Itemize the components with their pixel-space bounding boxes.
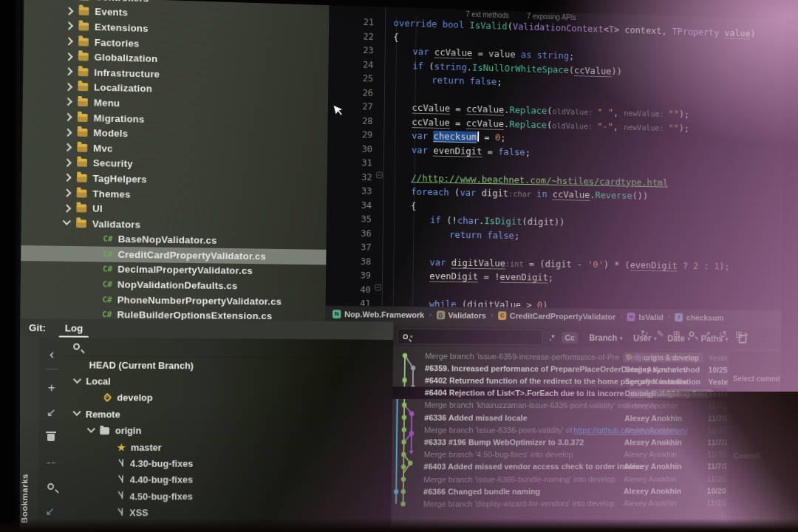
chevron-left-icon[interactable]: ‹ <box>39 341 64 366</box>
branch-item-4-40-bug-fixes[interactable]: 4.40-bug-fixes <box>63 471 392 488</box>
commit-date: 11/7/22, 13:02 <box>708 426 728 434</box>
folder-icon <box>78 22 89 30</box>
collapse-icon[interactable]: →← <box>38 450 64 474</box>
chevron-right-icon[interactable] <box>64 128 72 136</box>
git-label: Git: <box>29 322 46 333</box>
chevron-right-icon[interactable] <box>63 204 71 212</box>
commit-message: #6336 Added missed locale <box>424 413 527 422</box>
branch-item-xss[interactable]: XSS <box>62 504 391 522</box>
filter-branch[interactable]: Branch▾ <box>589 333 622 344</box>
tree-item-label: Controllers <box>95 0 149 4</box>
status-crlf[interactable]: CRLF <box>706 527 725 532</box>
commit-row[interactable]: Merge branch 'khairuzzaman-issue-6336-po… <box>392 399 727 412</box>
branch-item-master[interactable]: ★master <box>64 439 392 455</box>
commit-date: Yesterday 11:19 <box>708 378 728 386</box>
commit-search-input[interactable]: ▾ <box>398 328 543 345</box>
chevron-down-icon[interactable] <box>63 217 71 225</box>
branch-search[interactable] <box>64 337 393 358</box>
branch-item-4-30-bug-fixes[interactable]: 4.30-bug-fixes <box>63 455 392 471</box>
chevron-right-icon[interactable] <box>65 37 73 45</box>
branch-icon <box>117 491 125 502</box>
breadcrumb-item-creditcardpropertyvalidator[interactable]: CCreditCardPropertyValidator <box>498 311 615 321</box>
commit-message: Merge branch 'issue-6359-increase-perfor… <box>425 351 619 361</box>
breadcrumb-item-validators[interactable]: {}Validators <box>436 310 485 319</box>
branch-item-origin[interactable]: origin <box>64 423 392 440</box>
search-icon[interactable] <box>689 329 695 339</box>
git-toolbar: ‹+↙→←↙★ <box>37 337 64 532</box>
log-filter-toolbar: ▾ .* Cc Branch▾User▾Date▾Paths▾ ↻✎⊞↗↺⊞ <box>393 326 781 349</box>
code-editor[interactable]: 7 ext methods7 exposing APIs 21override … <box>326 5 785 310</box>
code-vision-hint[interactable]: 7 exposing APIs <box>527 12 576 21</box>
commit-row[interactable]: Merge branch '4.50-bug-fixes' into devel… <box>392 449 726 461</box>
tree-item-label: Themes <box>92 188 131 200</box>
commit-row[interactable]: Merge branch 'display-wizard-for-vendors… <box>391 497 726 510</box>
navigate-icon[interactable]: ↗ <box>703 329 711 339</box>
chevron-down-icon[interactable] <box>73 375 81 383</box>
commit-author: Alexey Anokhin <box>624 401 705 410</box>
status-4-spaces[interactable]: 4 spaces <box>763 526 785 532</box>
commit-tool-button[interactable]: Commit <box>733 451 760 460</box>
commit-author: DmitriyKulagin <box>624 389 705 398</box>
chevron-right-icon[interactable] <box>65 7 73 15</box>
chevron-right-icon[interactable] <box>64 98 72 106</box>
grid-icon[interactable]: ⊞ <box>672 329 680 339</box>
status-28-25[interactable]: 28:25 <box>676 527 695 532</box>
commit-row[interactable]: Merge branch 'issue-6366-bundle-naming' … <box>392 473 726 485</box>
commit-author: Alexey Anokhin <box>624 450 704 459</box>
bookmarks-tool-button[interactable]: Bookmarks <box>20 474 30 523</box>
arrow-down-left-blue-icon[interactable]: ↙ <box>38 499 63 523</box>
chevron-right-icon[interactable] <box>64 158 72 166</box>
chevron-right-icon[interactable] <box>64 113 72 121</box>
chevron-right-icon[interactable] <box>64 67 72 75</box>
code-vision-hint[interactable]: 7 ext methods <box>466 10 509 19</box>
branch-item-remote[interactable]: Remote <box>64 406 392 423</box>
commit-row[interactable]: Merge branch 'issue-6336-point-validity'… <box>392 423 727 436</box>
line-number: 37 <box>343 241 371 252</box>
commit-row[interactable]: #6403 Added missed vendor access check t… <box>392 460 726 473</box>
commit-row[interactable]: #6366 Changed bundle namingAlexey Anokhi… <box>392 485 726 498</box>
commit-message: #6333 #196 Bump WebOptimizer to 3.0.372 <box>424 438 584 447</box>
chevron-right-icon[interactable] <box>64 143 72 151</box>
breadcrumb-item-nop.web.framework[interactable]: NNop.Web.Framework <box>332 310 424 319</box>
search-icon[interactable] <box>38 474 63 499</box>
chevron-right-icon[interactable] <box>64 83 72 91</box>
paint-icon[interactable]: ✎ <box>657 329 664 339</box>
line-number: 27 <box>345 100 373 112</box>
commit-row[interactable]: #6333 #196 Bump WebOptimizer to 3.0.372A… <box>392 436 726 449</box>
commit-row[interactable]: #6336 Added missed localeAlexey Anokhin1… <box>392 411 727 424</box>
breadcrumb-item-checksum[interactable]: fchecksum <box>675 313 723 321</box>
branch-icon <box>117 474 125 486</box>
trash-icon[interactable] <box>38 425 64 449</box>
match-case-toggle[interactable]: Cc <box>562 332 579 344</box>
tab-log[interactable]: Log <box>62 321 86 336</box>
branch-item-develop[interactable]: develop <box>64 389 392 407</box>
regex-toggle[interactable]: .* <box>549 333 554 342</box>
arrow-down-left-icon[interactable]: ↙ <box>38 400 64 425</box>
branch-item-head-current-branch-[interactable]: HEAD (Current Branch) <box>64 356 393 375</box>
line-number: 34 <box>344 199 372 210</box>
grid2-icon[interactable]: ⊞ <box>735 330 743 340</box>
csharp-file-icon: C# <box>102 310 112 319</box>
folder-icon <box>78 113 88 121</box>
commit-row[interactable]: #6404 Rejection of List<T>.ForEach due t… <box>392 386 727 400</box>
chevron-down-icon[interactable] <box>87 424 95 432</box>
branch-icon <box>117 457 125 469</box>
plus-icon[interactable]: + <box>39 375 64 400</box>
refresh-icon[interactable]: ↻ <box>641 328 648 338</box>
tree-item-label: Infrastructure <box>94 66 160 79</box>
commit-row[interactable]: #6402 Returned function of the redirect … <box>392 374 727 388</box>
breadcrumb-label: Nop.Web.Framework <box>344 310 424 319</box>
rollback-icon[interactable]: ↺ <box>720 329 727 339</box>
chevron-right-icon[interactable] <box>63 189 71 197</box>
code-text: if (!char.IsDigit(digit)) <box>430 214 565 227</box>
status-utf-8[interactable]: UTF-8 <box>735 527 752 532</box>
breadcrumb-item-isvalid[interactable]: mIsValid <box>627 313 664 321</box>
fold-marker-icon[interactable]: − <box>376 171 383 178</box>
chevron-right-icon[interactable] <box>63 174 71 182</box>
fold-marker-icon[interactable]: − <box>375 284 381 290</box>
branch-item-4-50-bug-fixes[interactable]: 4.50-bug-fixes <box>63 488 392 505</box>
branch-item-local[interactable]: Local <box>64 373 393 391</box>
chevron-right-icon[interactable] <box>65 22 73 30</box>
chevron-down-icon[interactable] <box>72 408 81 416</box>
chevron-right-icon[interactable] <box>64 52 72 61</box>
